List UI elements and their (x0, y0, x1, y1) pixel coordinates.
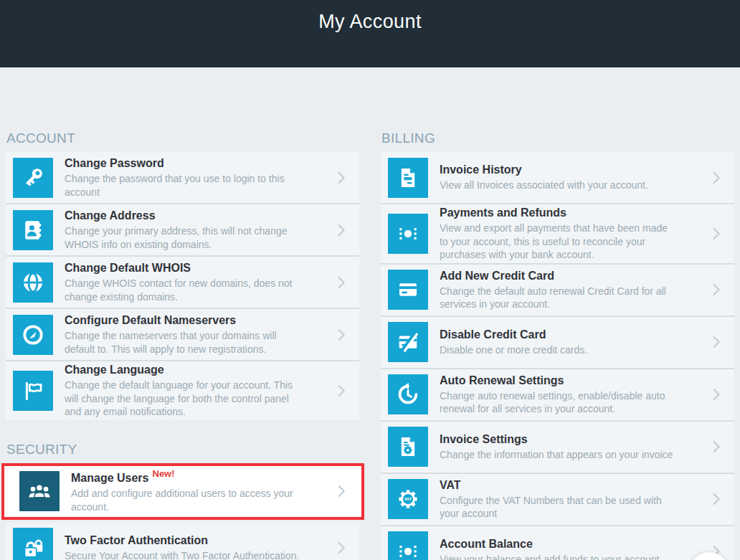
settings-item-payments-and-refunds[interactable]: Payments and Refunds View and export all… (381, 203, 734, 263)
chevron-right-icon (333, 540, 349, 556)
flag-icon (13, 371, 53, 411)
chevron-right-icon (708, 282, 724, 298)
chevron-right-icon (333, 275, 349, 290)
chevron-right-icon (708, 170, 724, 186)
item-title: Configure Default Nameservers (65, 313, 303, 328)
item-description: Change your primary address, this will n… (65, 224, 303, 251)
item-description: Change the default auto renewal Credit C… (440, 285, 678, 311)
item-title: Invoice History (440, 163, 678, 177)
item-title: Change Default WHOIS (65, 261, 303, 275)
left-column: ACCOUNT Change Password Change the passw… (6, 130, 359, 560)
item-text: Add New Credit Card Change the default a… (440, 269, 708, 311)
new-badge: New! (153, 468, 175, 479)
item-description: Change the default language for your acc… (65, 379, 303, 419)
item-text: Configure Default Nameservers Change the… (65, 313, 333, 356)
item-description: Configure the VAT Numbers that can be us… (440, 494, 678, 521)
chevron-right-icon (333, 483, 349, 499)
settings-item-change-default-whois[interactable]: Change Default WHOIS Change WHOIS contac… (6, 255, 359, 308)
invoice-gear-icon (388, 427, 428, 467)
chevron-right-icon (708, 491, 724, 507)
chevron-right-icon (333, 383, 349, 399)
item-text: Payments and Refunds View and export all… (440, 206, 708, 262)
item-description: Disable one or more credit cards. (440, 343, 678, 357)
settings-item-add-new-credit-card[interactable]: Add New Credit Card Change the default a… (381, 263, 734, 315)
right-column: BILLING Invoice History View all Invoice… (381, 130, 734, 560)
chevron-right-icon (708, 334, 724, 350)
item-text: Change Default WHOIS Change WHOIS contac… (65, 261, 333, 303)
item-text: Manage UsersNew! Add and configure addit… (71, 469, 333, 514)
item-description: Change the information that appears on y… (440, 448, 678, 462)
item-text: Disable Credit Card Disable one or more … (440, 328, 708, 357)
account-items: Change Password Change the password that… (6, 152, 359, 420)
chevron-right-icon (333, 222, 349, 238)
section-billing: BILLING Invoice History View all Invoice… (381, 130, 734, 560)
users-icon (19, 471, 60, 511)
vat-icon (388, 479, 428, 519)
chevron-right-icon (708, 439, 724, 455)
security-items: Manage UsersNew! Add and configure addit… (6, 463, 359, 560)
item-text: Change Address Change your primary addre… (65, 209, 333, 251)
settings-item-account-balance[interactable]: Account Balance View your balance and ad… (381, 525, 734, 560)
settings-item-auto-renewal-settings[interactable]: Auto Renewal Settings Change auto renewa… (381, 368, 734, 420)
item-title: Change Password (65, 156, 303, 171)
disabled-card-icon (388, 322, 428, 362)
item-title: Account Balance (440, 537, 678, 551)
item-title: Change Language (65, 363, 303, 377)
item-text: Auto Renewal Settings Change auto renewa… (440, 374, 708, 416)
settings-item-manage-users[interactable]: Manage UsersNew! Add and configure addit… (6, 468, 359, 516)
section-heading-billing: BILLING (381, 130, 734, 146)
item-description: Add and configure additional users to ac… (71, 487, 303, 513)
section-heading-account: ACCOUNT (6, 130, 359, 146)
highlight-box: Manage UsersNew! Add and configure addit… (1, 463, 364, 520)
item-title: Add New Credit Card (440, 269, 678, 283)
settings-item-invoice-settings[interactable]: Invoice Settings Change the information … (381, 420, 734, 473)
item-description: Secure Your Account with Two Factor Auth… (65, 549, 303, 560)
billing-items: Invoice History View all Invoices associ… (381, 152, 734, 560)
item-title: Two Factor Authentication (65, 533, 303, 548)
item-description: View all Invoices associated with your a… (440, 179, 678, 192)
item-title: Payments and Refunds (440, 206, 678, 220)
item-description: Change the password that you use to logi… (65, 172, 303, 199)
chevron-right-icon (333, 170, 349, 186)
invoice-icon (388, 158, 428, 198)
chevron-right-icon (708, 386, 724, 402)
credit-card-icon (388, 270, 428, 310)
address-book-icon (13, 210, 53, 250)
item-text: Two Factor Authentication Secure Your Ac… (65, 533, 333, 560)
key-icon (13, 158, 53, 198)
item-description: View and export all payments that have b… (440, 222, 678, 262)
settings-item-disable-credit-card[interactable]: Disable Credit Card Disable one or more … (381, 315, 734, 368)
item-text: Invoice History View all Invoices associ… (440, 163, 708, 192)
item-description: View your balance and add funds to your … (440, 553, 678, 560)
settings-item-two-factor-authentication[interactable]: Two Factor Authentication Secure Your Ac… (6, 523, 359, 560)
section-security: SECURITY Manage UsersNew! Add and config… (6, 442, 359, 560)
item-text: VAT Configure the VAT Numbers that can b… (440, 478, 708, 521)
settings-item-change-password[interactable]: Change Password Change the password that… (6, 152, 359, 203)
item-title: Change Address (65, 209, 303, 223)
settings-item-change-language[interactable]: Change Language Change the default langu… (6, 360, 359, 420)
page-header: My Account (0, 0, 740, 67)
settings-item-invoice-history[interactable]: Invoice History View all Invoices associ… (381, 152, 734, 203)
section-heading-security: SECURITY (6, 442, 359, 457)
item-title: VAT (440, 478, 678, 493)
item-title-line: Manage UsersNew! (71, 469, 303, 485)
item-description: Change the nameservers that your domains… (65, 329, 303, 356)
item-title: Disable Credit Card (440, 328, 678, 342)
chevron-right-icon (708, 226, 724, 242)
item-title: Invoice Settings (440, 432, 678, 447)
settings-item-vat[interactable]: VAT Configure the VAT Numbers that can b… (381, 473, 734, 525)
item-text: Change Password Change the password that… (65, 156, 333, 199)
settings-item-change-address[interactable]: Change Address Change your primary addre… (6, 203, 359, 255)
settings-item-configure-default-nameservers[interactable]: Configure Default Nameservers Change the… (6, 308, 359, 360)
page-title: My Account (0, 0, 740, 33)
locks-icon (13, 528, 53, 560)
item-title: Auto Renewal Settings (440, 374, 678, 388)
item-description: Change auto renewal settings, enable/dis… (440, 389, 678, 416)
globe-icon (13, 262, 53, 303)
item-text: Invoice Settings Change the information … (440, 432, 708, 462)
banknote-icon (388, 531, 428, 560)
chevron-right-icon (333, 327, 349, 343)
item-text: Account Balance View your balance and ad… (440, 537, 708, 560)
section-account: ACCOUNT Change Password Change the passw… (6, 130, 359, 420)
item-description: Change WHOIS contact for new domains, do… (65, 277, 303, 303)
